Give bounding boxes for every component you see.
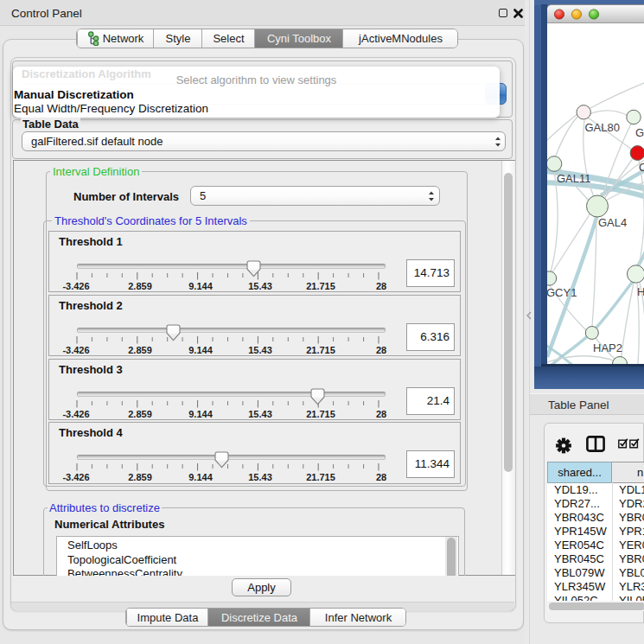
svg-text:GCY1: GCY1	[547, 286, 577, 299]
svg-text:HAP2: HAP2	[593, 341, 622, 354]
svg-text:GAL11: GAL11	[557, 172, 591, 185]
svg-text:C: C	[639, 161, 644, 174]
svg-text:GAL80: GAL80	[585, 121, 620, 134]
svg-text:GAL4: GAL4	[598, 216, 627, 229]
svg-text:H: H	[637, 285, 644, 298]
svg-text:GA: GA	[635, 126, 644, 139]
